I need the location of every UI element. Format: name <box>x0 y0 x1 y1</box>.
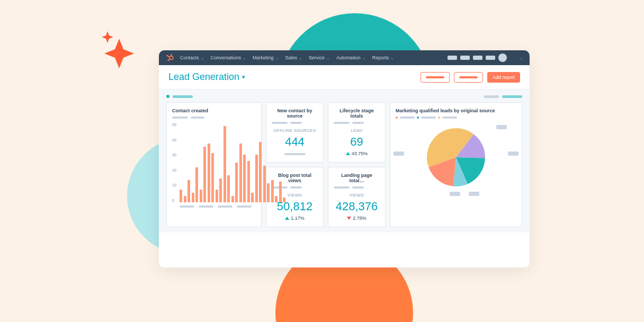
chevron-down-icon: ⌄ <box>326 56 330 60</box>
svg-point-6 <box>168 59 169 60</box>
caret-down-icon: ▾ <box>242 74 245 80</box>
lifecycle-card: Lifecycle stage totals LEAD 69 43.75% <box>328 102 386 163</box>
header-row: Lead Generation ▾ Add report <box>159 65 530 90</box>
stat-value: 69 <box>334 135 380 149</box>
hubspot-logo-icon <box>165 53 174 62</box>
topbar-action[interactable] <box>448 56 457 60</box>
topbar-action[interactable] <box>486 56 495 60</box>
card-title: Lifecycle stage totals <box>334 108 380 119</box>
nav-automation[interactable]: Automation⌄ <box>336 55 366 60</box>
chevron-down-icon: ⌄ <box>201 56 204 60</box>
chevron-down-icon: ⌄ <box>299 56 302 60</box>
arrow-down-icon <box>347 217 351 220</box>
header-button-1[interactable] <box>421 72 450 83</box>
topbar-action[interactable] <box>460 56 470 60</box>
nav-conversations[interactable]: Conversations⌄ <box>211 55 247 60</box>
chevron-down-icon: ⌄ <box>362 56 366 60</box>
stat-value: 428,376 <box>334 200 380 213</box>
nav-contacts[interactable]: Contacts⌄ <box>180 55 204 60</box>
chevron-down-icon[interactable]: ⌄ <box>520 56 523 60</box>
header-button-2[interactable] <box>454 72 483 83</box>
dashboard-content: Contact created 50403020100 <box>159 90 530 232</box>
landing-views-card: Landing page total… VIEWS 428,376 2.78% <box>328 167 386 227</box>
topbar-right: ⌄ <box>448 53 523 62</box>
svg-point-4 <box>171 54 172 55</box>
card-title: New contact by source <box>272 108 318 119</box>
chevron-down-icon: ⌄ <box>243 56 246 60</box>
nav-reports[interactable]: Reports⌄ <box>372 55 395 60</box>
stat-change: 2.78% <box>334 216 380 221</box>
chevron-down-icon: ⌄ <box>390 56 394 60</box>
add-report-button[interactable]: Add report <box>487 72 520 83</box>
card-title: Landing page total… <box>334 173 380 183</box>
page-title-dropdown[interactable]: Lead Generation ▾ <box>168 71 245 83</box>
card-title: Contact created <box>172 108 256 113</box>
nav-marketing[interactable]: Marketing⌄ <box>253 55 279 60</box>
arrow-up-icon <box>285 217 289 220</box>
topbar: Contacts⌄ Conversations⌄ Marketing⌄ Sale… <box>159 50 530 65</box>
app-window: Contacts⌄ Conversations⌄ Marketing⌄ Sale… <box>159 50 530 267</box>
topbar-action[interactable] <box>473 56 482 60</box>
arrow-up-icon <box>346 152 350 155</box>
pie-chart <box>396 128 516 186</box>
mql-card: Marketing qualified leads by original so… <box>390 102 522 227</box>
nav-sales[interactable]: Sales⌄ <box>285 55 303 60</box>
contact-created-card: Contact created 50403020100 <box>166 102 262 227</box>
stat-label: VIEWS <box>334 193 380 198</box>
stat-change: 1.17% <box>272 216 318 221</box>
chevron-down-icon: ⌄ <box>275 56 279 60</box>
meta-row <box>166 95 522 98</box>
nav-items: Contacts⌄ Conversations⌄ Marketing⌄ Sale… <box>180 55 394 60</box>
stat-label: LEAD <box>334 128 380 133</box>
stat-change: 43.75% <box>334 151 380 156</box>
svg-point-5 <box>166 55 168 57</box>
avatar[interactable] <box>498 53 507 62</box>
bar-chart: 50403020100 <box>172 123 256 202</box>
nav-service[interactable]: Service⌄ <box>309 55 330 60</box>
sparkle-icon <box>98 29 140 71</box>
card-title: Marketing qualified leads by original so… <box>396 108 516 113</box>
